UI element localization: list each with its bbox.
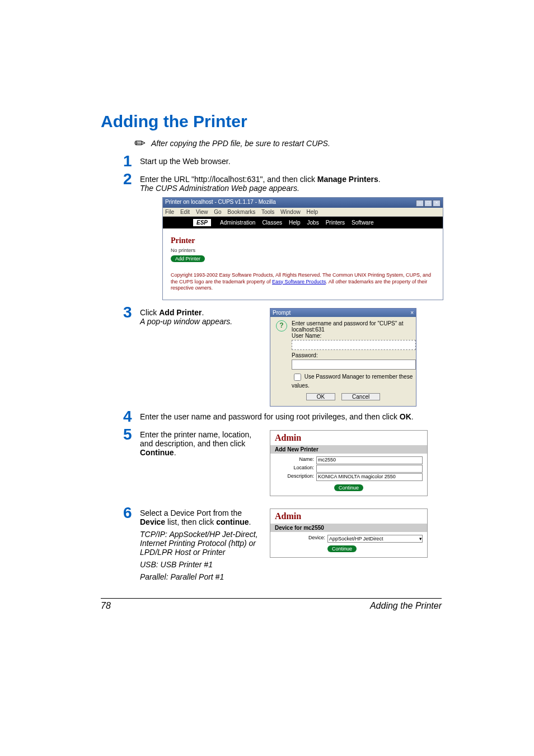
no-printers-text: No printers (171, 248, 435, 253)
browser-menubar[interactable]: File Edit View Go Bookmarks Tools Window… (163, 208, 443, 217)
remember-checkbox[interactable] (294, 374, 301, 381)
step-2-sub: The CUPS Administration Web page appears… (140, 184, 442, 193)
menu-tools[interactable]: Tools (261, 209, 274, 215)
text: . (202, 308, 204, 317)
step-6-sub2: USB: USB Printer #1 (140, 560, 263, 569)
step-number: 3 (123, 305, 140, 320)
text: list, then click (165, 517, 216, 526)
step-number: 5 (123, 427, 140, 442)
browser-title: Printer on localhost - CUPS v1.1.17 - Mo… (165, 199, 276, 207)
easy-software-link[interactable]: Easy Software Products (272, 279, 326, 284)
auth-prompt: Prompt × ? Enter username and password f… (270, 308, 416, 407)
text-bold: OK (400, 412, 411, 421)
nav-classes[interactable]: Classes (262, 220, 282, 226)
prompt-message: Enter username and password for "CUPS" a… (292, 320, 416, 333)
step-6-sub1: TCP/IP: AppSocket/HP Jet-Direct, Interne… (140, 530, 263, 557)
step-number: 6 (123, 505, 140, 521)
continue-button[interactable]: Continue (334, 484, 363, 491)
admin-sub: Add New Printer (270, 445, 427, 454)
ok-button[interactable]: OK (306, 393, 335, 400)
menu-window[interactable]: Window (280, 209, 301, 215)
menu-edit[interactable]: Edit (180, 209, 190, 215)
text-bold: Continue (140, 448, 174, 457)
password-label: Password: (292, 352, 416, 358)
text: Enter the printer name, location, and de… (140, 430, 251, 448)
text-bold: continue (216, 517, 249, 526)
remember-label: Use Password Manager to remember these v… (292, 374, 413, 389)
step-3-sub: A pop-up window appears. (140, 317, 263, 326)
window-controls-icon[interactable]: –□× (415, 199, 441, 207)
page-number: 78 (101, 601, 111, 611)
text-bold: Device (140, 517, 165, 526)
text: . (411, 412, 414, 421)
continue-button[interactable]: Continue (327, 545, 357, 552)
close-icon[interactable]: × (410, 310, 414, 316)
username-input[interactable] (292, 340, 416, 350)
nav-administration[interactable]: Administration (220, 220, 255, 226)
browser-screenshot: Printer on localhost - CUPS v1.1.17 - Mo… (162, 197, 443, 300)
name-label: Name: (275, 456, 316, 464)
username-label: User Name: (292, 333, 416, 339)
device-select[interactable]: AppSocket/HP JetDirect ▾ (327, 535, 423, 543)
name-input[interactable]: mc2550 (316, 456, 423, 464)
pencil-icon: ✏ (134, 136, 146, 151)
text: Enter the user name and password for usi… (140, 412, 400, 421)
page-footer: 78 Adding the Printer (101, 598, 442, 611)
text: . (378, 175, 381, 184)
note: ✏ After copying the PPD file, be sure to… (134, 136, 442, 151)
description-label: Description: (275, 473, 316, 481)
menu-help[interactable]: Help (306, 209, 318, 215)
step-2-text: Enter the URL "http://localhost:631", an… (140, 171, 442, 193)
esp-logo: ESP (193, 219, 211, 226)
device-value: AppSocket/HP JetDirect (329, 536, 383, 542)
footer-section: Adding the Printer (370, 601, 442, 611)
location-label: Location: (275, 465, 316, 473)
step-5-text: Enter the printer name, location, and de… (140, 430, 270, 457)
admin-device-panel: Admin Device for mc2550 Device: AppSocke… (270, 508, 428, 558)
cups-navbar: ESP Administration Classes Help Jobs Pri… (163, 217, 443, 228)
step-number: 1 (123, 153, 140, 169)
cancel-button[interactable]: Cancel (341, 393, 380, 400)
admin-heading: Admin (270, 431, 427, 445)
page-title: Adding the Printer (101, 112, 442, 131)
nav-software[interactable]: Software (352, 220, 373, 226)
admin-heading: Admin (270, 509, 427, 524)
cups-heading: Printer (171, 236, 435, 245)
text-bold: Add Printer (159, 308, 202, 317)
prompt-titlebar: Prompt × (270, 309, 416, 317)
nav-help[interactable]: Help (289, 220, 301, 226)
nav-printers[interactable]: Printers (326, 220, 345, 226)
step-number: 2 (123, 171, 140, 187)
step-4-text: Enter the user name and password for usi… (140, 409, 442, 421)
menu-file[interactable]: File (165, 209, 174, 215)
menu-view[interactable]: View (196, 209, 208, 215)
note-text: After copying the PPD file, be sure to r… (151, 139, 330, 148)
cups-footer: Copyright 1993-2002 Easy Software Produc… (163, 268, 443, 300)
step-3-text: Click Add Printer. A pop-up window appea… (140, 308, 270, 326)
location-input[interactable] (316, 465, 423, 473)
chevron-down-icon: ▾ (419, 536, 422, 542)
text: Select a Device Port from the (140, 508, 242, 517)
menu-go[interactable]: Go (214, 209, 221, 215)
browser-titlebar: Printer on localhost - CUPS v1.1.17 - Mo… (163, 198, 443, 208)
text: . (249, 517, 251, 526)
nav-jobs[interactable]: Jobs (307, 220, 319, 226)
text: . (174, 448, 176, 457)
step-6-text: Select a Device Port from the Device lis… (140, 508, 270, 581)
text: Click (140, 308, 159, 317)
admin-add-printer-panel: Admin Add New Printer Name:mc2550 Locati… (270, 430, 428, 496)
device-label: Device: (275, 535, 327, 543)
prompt-title: Prompt (273, 310, 291, 316)
description-input[interactable]: KONICA MINOLTA magicolor 2550 (316, 473, 423, 481)
text-bold: Manage Printers (317, 175, 378, 184)
password-input[interactable] (292, 360, 416, 370)
text: Enter the URL "http://localhost:631", an… (140, 175, 317, 184)
add-printer-button[interactable]: Add Printer (171, 255, 205, 262)
step-1-text: Start up the Web browser. (140, 153, 442, 166)
admin-sub: Device for mc2550 (270, 524, 427, 532)
menu-bookmarks[interactable]: Bookmarks (227, 209, 255, 215)
question-icon: ? (276, 320, 287, 332)
step-6-sub3: Parallel: Parallel Port #1 (140, 572, 263, 581)
step-number: 4 (123, 409, 140, 424)
